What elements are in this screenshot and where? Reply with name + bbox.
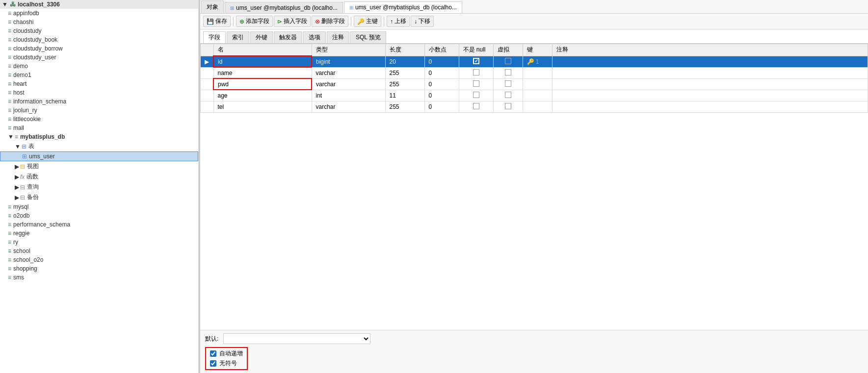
sidebar-db-cloudstudy[interactable]: ≡ cloudstudy bbox=[0, 26, 198, 35]
move-up-button[interactable]: ↑ 上移 bbox=[387, 16, 410, 27]
sidebar-functions-group[interactable]: ▶ fx 函数 bbox=[0, 172, 198, 182]
sidebar-db-performance-schema[interactable]: ≡ performance_schema bbox=[0, 220, 198, 229]
tab-ums-user-2[interactable]: ⊞ ums_user @mybatisplus_db (localho... bbox=[344, 1, 462, 13]
unsigned-row: 无符号 bbox=[210, 359, 243, 368]
sub-tab-foreign-keys[interactable]: 外键 bbox=[250, 31, 273, 43]
save-icon: 💾 bbox=[207, 18, 214, 25]
field-name-name[interactable]: name bbox=[213, 67, 312, 78]
auto-options-container: 自动递增 无符号 bbox=[205, 347, 248, 370]
sidebar-db-cloudstudy-borrow[interactable]: ≡ cloudstudy_borrow bbox=[0, 44, 198, 53]
sidebar-table-ums-user[interactable]: ⊞ ums_user bbox=[0, 151, 198, 161]
field-virtual-tel[interactable] bbox=[493, 101, 523, 112]
sidebar-server[interactable]: ▼ 🖧 localhost_3306 bbox=[0, 0, 198, 9]
sidebar-db-cloudstudy-user[interactable]: ≡ cloudstudy_user bbox=[0, 53, 198, 62]
sidebar-db-school-o2o[interactable]: ≡ school_o2o bbox=[0, 255, 198, 264]
not-null-checkbox-id[interactable]: ✓ bbox=[473, 58, 479, 64]
table-row[interactable]: tel varchar 255 0 bbox=[201, 101, 868, 112]
sidebar-db-information-schema[interactable]: ≡ information_schema bbox=[0, 97, 198, 106]
sidebar-db-o2odb[interactable]: ≡ o2odb bbox=[0, 211, 198, 220]
primary-key-button[interactable]: 🔑 主键 bbox=[354, 16, 381, 27]
sidebar-db-chaoshi[interactable]: ≡ chaoshi bbox=[0, 18, 198, 26]
sidebar-backups-group[interactable]: ▶ ⊟ 备份 bbox=[0, 192, 198, 202]
sub-tab-comments[interactable]: 注释 bbox=[327, 31, 349, 43]
field-not-null-age[interactable] bbox=[459, 90, 493, 101]
sidebar-db-mysql[interactable]: ≡ mysql bbox=[0, 202, 198, 211]
unsigned-checkbox[interactable] bbox=[210, 360, 216, 367]
field-name-tel[interactable]: tel bbox=[213, 101, 312, 112]
toolbar-separator-3 bbox=[384, 17, 384, 26]
virtual-checkbox-tel[interactable] bbox=[505, 103, 511, 109]
sidebar-db-appinfodb[interactable]: ≡ appinfodb bbox=[0, 9, 198, 18]
field-name-id[interactable]: id bbox=[213, 56, 312, 67]
sidebar-db-mall[interactable]: ≡ mall bbox=[0, 124, 198, 132]
fields-table: 名 类型 长度 小数点 不是 null 虚拟 键 注释 ▶ id bbox=[200, 44, 868, 113]
virtual-checkbox-id[interactable] bbox=[505, 58, 511, 64]
sub-tab-triggers[interactable]: 触发器 bbox=[274, 31, 302, 43]
auto-increment-checkbox[interactable] bbox=[210, 350, 216, 357]
tab-object[interactable]: 对象 bbox=[201, 0, 224, 13]
save-button[interactable]: 💾 保存 bbox=[203, 16, 231, 27]
sidebar-queries-group[interactable]: ▶ ⊟ 查询 bbox=[0, 182, 198, 192]
virtual-checkbox-pwd[interactable] bbox=[505, 80, 511, 87]
sidebar-db-reggie[interactable]: ≡ reggie bbox=[0, 229, 198, 238]
field-virtual-pwd[interactable] bbox=[493, 78, 523, 90]
sidebar-db-shopping[interactable]: ≡ shopping bbox=[0, 264, 198, 273]
sidebar-db-mybatisplus[interactable]: ▼ ≡ mybatisplus_db bbox=[0, 132, 198, 141]
field-not-null-pwd[interactable] bbox=[459, 78, 493, 90]
sub-tab-fields[interactable]: 字段 bbox=[203, 31, 226, 43]
key-icon: 🔑 bbox=[357, 18, 365, 25]
sub-tab-sql-preview[interactable]: SQL 预览 bbox=[350, 31, 386, 43]
field-comment-pwd bbox=[552, 78, 868, 90]
sidebar-db-school[interactable]: ≡ school bbox=[0, 247, 198, 255]
not-null-checkbox-pwd[interactable] bbox=[473, 80, 479, 87]
sidebar-db-demo1[interactable]: ≡ demo1 bbox=[0, 71, 198, 79]
field-not-null-id[interactable]: ✓ bbox=[459, 56, 493, 67]
col-header-indicator bbox=[201, 44, 214, 56]
field-type-id: bigint bbox=[312, 56, 385, 67]
field-decimal-pwd: 0 bbox=[424, 78, 459, 90]
table-row[interactable]: name varchar 255 0 bbox=[201, 67, 868, 78]
table-row[interactable]: age int 11 0 bbox=[201, 90, 868, 101]
sub-tabs: 字段 索引 外键 触发器 选项 注释 SQL 预览 bbox=[200, 29, 868, 44]
auto-increment-row: 自动递增 bbox=[210, 349, 243, 358]
field-not-null-name[interactable] bbox=[459, 67, 493, 78]
sidebar-db-ry[interactable]: ≡ ry bbox=[0, 238, 198, 247]
field-length-pwd: 255 bbox=[385, 78, 424, 90]
not-null-checkbox-tel[interactable] bbox=[473, 103, 479, 109]
virtual-checkbox-age[interactable] bbox=[505, 92, 511, 98]
not-null-checkbox-name[interactable] bbox=[473, 69, 479, 75]
add-field-button[interactable]: ⊕ 添加字段 bbox=[236, 16, 273, 27]
sidebar-db-cloudstudy-book[interactable]: ≡ cloudstudy_book bbox=[0, 35, 198, 44]
table-row[interactable]: ▶ id bigint 20 0 ✓ 🔑 1 bbox=[201, 56, 868, 67]
virtual-checkbox-name[interactable] bbox=[505, 69, 511, 75]
col-header-not-null: 不是 null bbox=[459, 44, 493, 56]
table-row[interactable]: pwd varchar 255 0 bbox=[201, 78, 868, 90]
sidebar-views-group[interactable]: ▶ ⊟ 视图 bbox=[0, 161, 198, 172]
field-virtual-name[interactable] bbox=[493, 67, 523, 78]
row-indicator bbox=[201, 101, 214, 112]
field-name-age[interactable]: age bbox=[213, 90, 312, 101]
sidebar-db-host[interactable]: ≡ host bbox=[0, 88, 198, 97]
fields-table-area: 名 类型 长度 小数点 不是 null 虚拟 键 注释 ▶ id bbox=[200, 44, 868, 330]
sidebar-tables-group[interactable]: ▼ ⊞ 表 bbox=[0, 141, 198, 151]
sidebar-db-heart[interactable]: ≡ heart bbox=[0, 79, 198, 88]
default-select[interactable] bbox=[223, 333, 370, 344]
sub-tab-indexes[interactable]: 索引 bbox=[227, 31, 249, 43]
sidebar-db-littlecookie[interactable]: ≡ littlecookie bbox=[0, 115, 198, 124]
field-not-null-tel[interactable] bbox=[459, 101, 493, 112]
sidebar-db-demo[interactable]: ≡ demo bbox=[0, 62, 198, 71]
field-type-name: varchar bbox=[312, 67, 385, 78]
field-virtual-age[interactable] bbox=[493, 90, 523, 101]
delete-field-button[interactable]: ⊗ 删除字段 bbox=[312, 16, 348, 27]
not-null-checkbox-age[interactable] bbox=[473, 92, 479, 98]
sub-tab-options[interactable]: 选项 bbox=[303, 31, 326, 43]
tab-ums-user-1[interactable]: ⊞ ums_user @mybatisplus_db (localho... bbox=[225, 2, 343, 13]
field-virtual-id[interactable] bbox=[493, 56, 523, 67]
sidebar-db-sms[interactable]: ≡ sms bbox=[0, 273, 198, 282]
field-decimal-name: 0 bbox=[424, 67, 459, 78]
insert-field-button[interactable]: ⊳ 插入字段 bbox=[274, 16, 311, 27]
sidebar-db-joolun-ry[interactable]: ≡ joolun_ry bbox=[0, 106, 198, 115]
insert-field-icon: ⊳ bbox=[277, 18, 282, 25]
move-down-button[interactable]: ↓ 下移 bbox=[411, 16, 434, 27]
field-name-pwd[interactable]: pwd bbox=[213, 78, 312, 90]
